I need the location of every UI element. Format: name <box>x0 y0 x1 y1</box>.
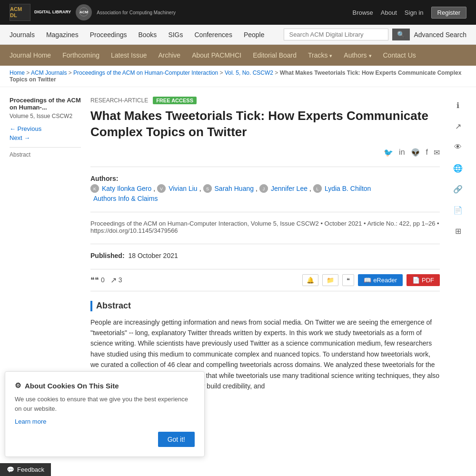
ereader-button[interactable]: 📖 eReader <box>358 274 403 286</box>
svg-text:K: K <box>93 187 96 191</box>
breadcrumb-home[interactable]: Home <box>10 69 25 76</box>
trending-right-icon[interactable]: ↗ <box>451 119 465 133</box>
tracks-label: Tracks ▾ <box>308 51 332 59</box>
breadcrumb-sep-3: > <box>220 69 225 76</box>
search-input[interactable] <box>284 29 388 40</box>
trending-icon: ↗ <box>110 276 117 285</box>
prev-button[interactable]: ← Previous <box>10 125 81 132</box>
link-icon[interactable]: 🔗 <box>451 182 465 196</box>
trending-count: 3 <box>119 276 122 284</box>
author-2-link[interactable]: Sarah Huang <box>215 185 254 192</box>
acm-full-text: Association for Computing Machinery <box>97 10 176 16</box>
cookie-banner: ⚙ About Cookies On This Site We use cook… <box>5 371 205 410</box>
published-label: Published: <box>90 252 125 259</box>
search-button[interactable]: 🔍 <box>392 29 410 40</box>
about-pacmhci-link[interactable]: About PACMHCI <box>192 51 241 59</box>
reddit-icon[interactable]: 👽 <box>411 148 420 157</box>
article-type: RESEARCH-ARTICLE <box>90 97 148 104</box>
magazines-link[interactable]: Magazines <box>46 31 79 39</box>
sign-in-link[interactable]: Sign in <box>405 9 424 16</box>
grid-icon[interactable]: ⊞ <box>451 224 465 238</box>
globe-icon[interactable]: 🌐 <box>451 161 465 175</box>
advanced-search-link[interactable]: Advanced Search <box>414 31 466 39</box>
about-link[interactable]: About <box>381 9 397 16</box>
people-link[interactable]: People <box>244 31 265 39</box>
acm-logo-text: ACM DL <box>10 6 30 19</box>
journals-link[interactable]: Journals <box>10 31 35 39</box>
email-icon[interactable]: ✉ <box>434 148 440 157</box>
breadcrumb-acm-journals[interactable]: ACM Journals <box>31 69 67 76</box>
acm-logo: ACM DL DIGITAL LIBRARY <box>10 4 71 21</box>
tracks-dropdown[interactable]: Tracks ▾ <box>308 51 332 59</box>
sidebar-nav: ← Previous Next → <box>10 125 81 141</box>
citations-icon: ❝❝ <box>90 276 99 285</box>
contact-us-link[interactable]: Contact Us <box>383 51 416 59</box>
author-3-link[interactable]: Jennifer Lee <box>271 185 307 192</box>
info-icon[interactable]: ℹ <box>451 99 465 112</box>
free-access-badge: FREE ACCESS <box>153 97 197 104</box>
breadcrumb-proceedings[interactable]: Proceedings of the ACM on Human-Computer… <box>73 69 218 76</box>
bell-button[interactable]: 🔔 <box>302 274 318 286</box>
pub-info: Proceedings of the ACM on Human-Computer… <box>90 212 440 234</box>
sidebar-abstract-label: Abstract <box>10 147 81 158</box>
browse-link[interactable]: Browse <box>352 9 373 16</box>
dl-text: DIGITAL LIBRARY <box>34 10 71 15</box>
twitter-icon[interactable]: 🐦 <box>384 148 393 157</box>
eye-icon[interactable]: 👁 <box>451 140 465 154</box>
breadcrumb-sep-4: > <box>275 69 279 76</box>
abstract-title: Abstract <box>96 301 131 311</box>
books-link[interactable]: Books <box>138 31 157 39</box>
metrics-left: ❝❝ 0 ↗ 3 <box>90 276 122 285</box>
authors-label: Authors ▾ <box>344 51 371 59</box>
acm-association-badge: ACM <box>76 4 92 20</box>
article-title: What Makes Tweetorials Tick: How Experts… <box>90 108 440 140</box>
breadcrumb-volume[interactable]: Vol. 5, No. CSCW2 <box>225 69 273 76</box>
avatar-2: S <box>203 184 212 193</box>
proceedings-link[interactable]: Proceedings <box>90 31 127 39</box>
trending-metric: ↗ 3 <box>110 276 122 285</box>
author-1-link[interactable]: Vivian Liu <box>169 185 197 192</box>
latest-issue-link[interactable]: Latest Issue <box>111 51 147 59</box>
sidebar-journal-title: Proceedings of the ACM on Human-... <box>10 97 81 111</box>
archive-link[interactable]: Archive <box>158 51 180 59</box>
svg-text:J: J <box>263 187 265 191</box>
main-content: Proceedings of the ACM on Human-... Volu… <box>0 87 476 410</box>
next-button[interactable]: Next → <box>10 134 81 141</box>
authors-list: K Katy Ilonka Gero, V Vivian Liu, S Sara… <box>90 184 440 202</box>
acm-logo-box: ACM DL <box>10 4 30 21</box>
article-content: RESEARCH-ARTICLE FREE ACCESS What Makes … <box>90 97 440 401</box>
folder-button[interactable]: 📁 <box>322 274 338 286</box>
journal-home-link[interactable]: Journal Home <box>10 51 51 59</box>
metrics-right: 🔔 📁 ❝ 📖 eReader 📄 PDF <box>302 274 440 286</box>
abstract-bar-icon <box>90 301 92 311</box>
avatar-1: V <box>157 184 166 193</box>
top-bar: ACM DL DIGITAL LIBRARY ACM Association f… <box>0 0 476 25</box>
cite-button[interactable]: ❝ <box>342 274 354 286</box>
facebook-icon[interactable]: f <box>426 148 428 157</box>
published-date: 18 October 2021 <box>128 252 178 259</box>
authors-info-link[interactable]: Authors Info & Claims <box>93 195 158 202</box>
pdf-icon: 📄 <box>412 277 420 284</box>
forthcoming-link[interactable]: Forthcoming <box>62 51 99 59</box>
breadcrumb-sep-2: > <box>69 69 73 76</box>
doc-icon[interactable]: 📄 <box>451 203 465 217</box>
social-icons: 🐦 in 👽 f ✉ <box>90 148 440 157</box>
author-0-link[interactable]: Katy Ilonka Gero <box>102 185 151 192</box>
sigs-link[interactable]: SIGs <box>168 31 183 39</box>
conferences-link[interactable]: Conferences <box>195 31 232 39</box>
editorial-board-link[interactable]: Editorial Board <box>253 51 297 59</box>
authors-dropdown[interactable]: Authors ▾ <box>344 51 371 59</box>
right-sidebar: ℹ ↗ 👁 🌐 🔗 📄 ⊞ <box>449 97 466 401</box>
article-meta: RESEARCH-ARTICLE FREE ACCESS <box>90 97 440 104</box>
cookie-text: We use cookies to ensure that we give yo… <box>15 395 195 410</box>
author-4-link[interactable]: Lydia B. Chilton <box>325 185 371 192</box>
abstract-header: Abstract <box>90 301 440 311</box>
pdf-button[interactable]: 📄 PDF <box>407 274 440 286</box>
bell-icon: 🔔 <box>307 277 314 284</box>
top-bar-right: Browse About Sign in Register <box>352 7 466 19</box>
linkedin-icon[interactable]: in <box>399 148 405 157</box>
cookie-title: ⚙ About Cookies On This Site <box>15 381 195 390</box>
register-button[interactable]: Register <box>431 7 466 19</box>
search-icon: 🔍 <box>397 31 405 38</box>
citations-metric: ❝❝ 0 <box>90 276 105 285</box>
